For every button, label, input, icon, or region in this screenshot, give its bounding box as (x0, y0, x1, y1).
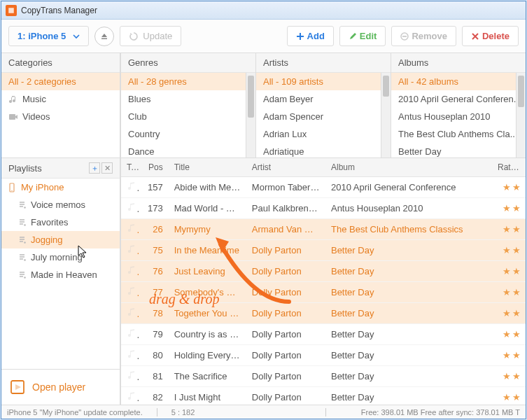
delete-playlist-button[interactable]: ✕ (101, 162, 113, 174)
scrollbar[interactable] (516, 73, 526, 158)
chevron-down-icon (73, 33, 80, 40)
track-pos: 77 (139, 283, 169, 302)
genres-all[interactable]: All - 28 genres (121, 73, 255, 90)
track-album: Better Day (325, 346, 492, 365)
add-playlist-button[interactable]: ＋ (89, 162, 100, 174)
artists-item[interactable]: Adam Spencer (256, 108, 391, 125)
albums-item[interactable]: Antus Houseplan 2010 (391, 108, 526, 125)
left-column: Categories All - 2 categories Music Vide… (1, 53, 120, 405)
track-row[interactable]: 82I Just MightDolly PartonBetter Day★ ★ (121, 387, 526, 405)
music-note-icon (8, 94, 18, 104)
svg-point-4 (11, 190, 12, 190)
track-row[interactable]: 75In the MeantimeDolly PartonBetter Day★… (121, 240, 526, 261)
genres-item[interactable]: Blues (121, 90, 255, 108)
svg-point-8 (24, 259, 26, 261)
track-type-icon (121, 177, 139, 197)
track-row[interactable]: 81The SacrificeDolly PartonBetter Day★ ★ (121, 366, 526, 387)
playlists-list: My iPhone Voice memosFavoritesJoggingJul… (1, 178, 120, 369)
update-button[interactable]: Update (120, 26, 181, 46)
player-icon (10, 379, 25, 395)
track-album: Better Day (325, 262, 492, 281)
scrollbar[interactable] (246, 73, 255, 158)
albums-header: Albums (391, 53, 526, 73)
col-album[interactable]: Album (325, 158, 492, 176)
track-album: Better Day (325, 241, 492, 260)
playlist-item[interactable]: Voice memos (1, 196, 120, 214)
tracks-header-row: T... Pos Title Artist Album Rating (121, 158, 526, 177)
categories-all[interactable]: All - 2 categories (1, 73, 120, 90)
eject-button[interactable] (94, 27, 114, 46)
track-album: Better Day (325, 283, 492, 302)
playlist-item[interactable]: Favorites (1, 214, 120, 231)
track-type-icon (121, 303, 139, 323)
svg-point-6 (24, 224, 26, 226)
track-pos: 26 (139, 220, 169, 239)
artists-item[interactable]: Adam Beyer (256, 90, 391, 108)
track-artist: Dolly Parton (246, 388, 325, 405)
refresh-icon (129, 31, 139, 41)
playlist-root[interactable]: My iPhone (1, 178, 120, 196)
albums-all[interactable]: All - 42 albums (391, 73, 526, 90)
category-item[interactable]: Videos (1, 108, 120, 125)
category-item[interactable]: Music (1, 90, 120, 108)
remove-button[interactable]: Remove (391, 26, 456, 46)
albums-item[interactable]: 2010 April General Conferen... (391, 90, 526, 108)
artists-item[interactable]: Adrian Lux (256, 125, 391, 143)
svg-point-5 (24, 206, 26, 209)
col-artist[interactable]: Artist (246, 158, 325, 176)
track-artist: Mormon Taberna... (246, 178, 325, 197)
track-row[interactable]: 79Country is as Co...Dolly PartonBetter … (121, 324, 526, 345)
col-title[interactable]: Title (169, 158, 246, 176)
col-track-icon[interactable]: T... (121, 158, 139, 176)
remove-label: Remove (412, 31, 447, 41)
albums-item[interactable]: Better Day (391, 143, 526, 158)
playlist-item[interactable]: Made in Heaven (1, 266, 120, 284)
track-type-icon (121, 387, 139, 405)
col-position[interactable]: Pos (139, 158, 169, 176)
scrollbar[interactable] (381, 73, 391, 158)
update-label: Update (143, 31, 172, 41)
edit-label: Edit (360, 31, 377, 41)
track-type-icon (121, 324, 139, 344)
right-zone: Genres All - 28 genresBluesClubCountryDa… (120, 53, 526, 405)
track-row[interactable]: 26MymymyArmand Van Hel...The Best Club A… (121, 219, 526, 240)
genres-item[interactable]: Club (121, 108, 255, 125)
svg-rect-2 (9, 114, 15, 120)
app-window: CopyTrans Manager 1: iPhone 5 Update Add… (1, 1, 526, 419)
titlebar: CopyTrans Manager (1, 1, 526, 20)
albums-item[interactable]: The Best Club Anthems Cla... (391, 125, 526, 143)
track-row[interactable]: 80Holding EverythingDolly PartonBetter D… (121, 345, 526, 366)
track-row[interactable]: 78Together You and IDolly PartonBetter D… (121, 303, 526, 324)
track-rating: ★ ★ (492, 241, 526, 260)
status-mid: 5 : 182 (171, 408, 311, 416)
open-player-button[interactable]: Open player (1, 369, 120, 405)
albums-list: All - 42 albums2010 April General Confer… (391, 73, 526, 158)
track-row[interactable]: 157Abide with Me; 'Ti...Mormon Taberna..… (121, 177, 526, 198)
edit-button[interactable]: Edit (339, 26, 386, 46)
playlist-item[interactable]: July morning (1, 248, 120, 266)
col-rating[interactable]: Rating (492, 158, 526, 176)
track-row[interactable]: 77Somebody's Mis...Dolly PartonBetter Da… (121, 282, 526, 303)
playlists-header: Playlists ＋ ✕ (1, 158, 120, 178)
genres-panel: Genres All - 28 genresBluesClubCountryDa… (121, 53, 256, 158)
add-button[interactable]: Add (287, 26, 334, 46)
artists-all[interactable]: All - 109 artists (256, 73, 391, 90)
statusbar: iPhone 5 "My iPhone" update complete. 5 … (1, 405, 526, 419)
track-pos: 82 (139, 388, 169, 405)
track-type-icon (121, 198, 139, 218)
playlist-item[interactable]: Jogging (1, 231, 120, 248)
track-pos: 78 (139, 304, 169, 323)
artists-item[interactable]: Adriatique (256, 143, 391, 158)
genres-header: Genres (121, 53, 255, 73)
track-row[interactable]: 76Just LeavingDolly PartonBetter Day★ ★ (121, 261, 526, 282)
track-pos: 173 (139, 199, 169, 218)
device-selector[interactable]: 1: iPhone 5 (8, 26, 89, 46)
delete-button[interactable]: Delete (462, 26, 519, 46)
track-row[interactable]: 173Mad World - Paul...Paul KalkbrennerAn… (121, 198, 526, 219)
track-type-icon (121, 240, 139, 260)
track-title: Abide with Me; 'Ti... (169, 178, 246, 197)
genres-item[interactable]: Dance (121, 143, 255, 158)
track-title: Mad World - Paul... (169, 199, 246, 218)
genres-item[interactable]: Country (121, 125, 255, 143)
track-album: 2010 April General Conference (325, 178, 492, 197)
